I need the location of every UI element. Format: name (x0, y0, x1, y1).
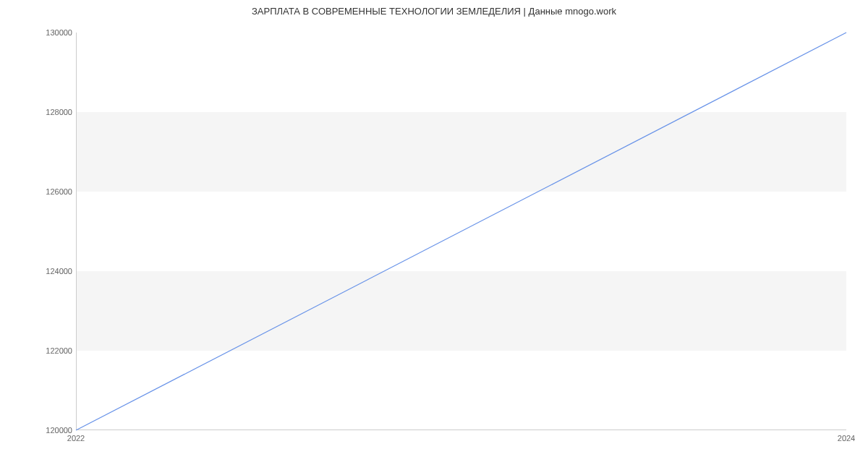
y-tick-label: 122000 (36, 346, 72, 355)
data-line (76, 33, 846, 430)
chart-line-svg (76, 33, 846, 430)
chart-title: ЗАРПЛАТА В СОВРЕМЕННЫЕ ТЕХНОЛОГИИ ЗЕМЛЕД… (0, 6, 868, 17)
x-tick-label: 2022 (67, 434, 85, 443)
x-tick-label: 2024 (838, 434, 855, 443)
y-tick-label: 126000 (36, 187, 72, 196)
y-tick-label: 124000 (36, 267, 72, 275)
y-tick-label: 128000 (36, 108, 72, 116)
y-tick-label: 130000 (36, 28, 72, 37)
